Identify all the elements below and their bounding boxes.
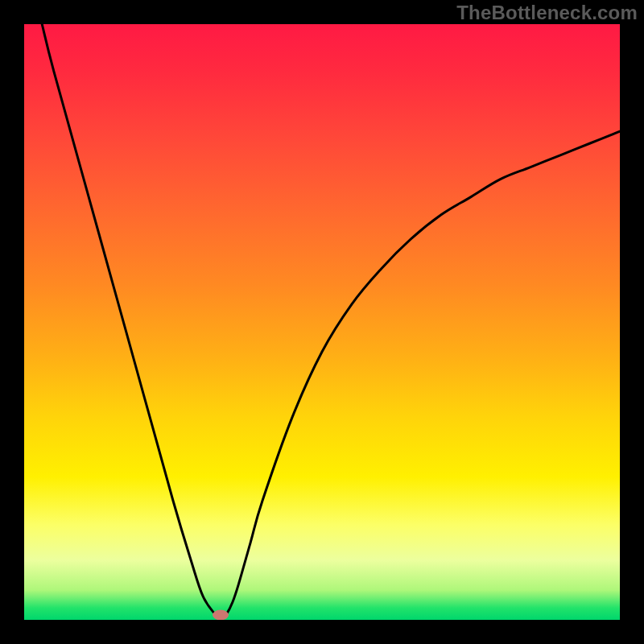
curve-layer — [24, 24, 620, 620]
plot-area — [24, 24, 620, 620]
curve-minimum-marker — [213, 610, 229, 620]
bottleneck-curve — [42, 24, 620, 620]
watermark-text: TheBottleneck.com — [456, 2, 638, 24]
chart-frame: TheBottleneck.com — [0, 0, 644, 644]
